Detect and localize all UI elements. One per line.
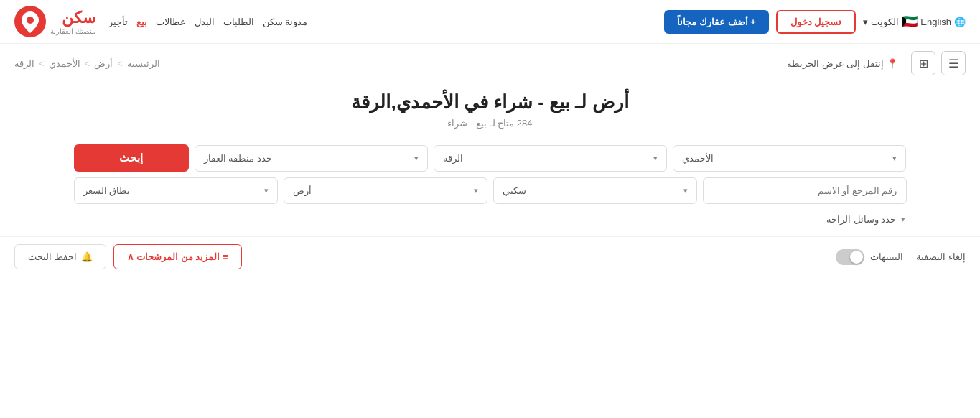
riqa-dropdown[interactable]: ▾ الرقة <box>434 145 667 172</box>
chevron-down-icon: ▾ <box>653 154 658 163</box>
nav-badal[interactable]: البدل <box>195 17 215 27</box>
add-property-button[interactable]: + أضف عقارك مجاناً <box>664 10 768 34</box>
breadcrumb-land[interactable]: أرض <box>94 58 113 69</box>
breadcrumb: الرئيسية > أرض > الأحمدي > الرقة <box>14 58 160 69</box>
map-link-label: إنتقل إلى عرض الخريطة <box>787 58 884 69</box>
bell-icon: 🔔 <box>81 251 93 262</box>
save-search-button[interactable]: 🔔 احفظ البحث <box>14 244 106 269</box>
lang-label: English <box>920 17 951 27</box>
amenities-selector[interactable]: ▾ حدد وسائل الراحة <box>826 211 906 229</box>
header: 🌐 English 🇰🇼 الكويت ▾ تسجيل دخول + أضف ع… <box>0 0 980 44</box>
logo-main-text: سكن <box>50 9 95 27</box>
notifications-toggle: التنبيهات <box>836 249 903 265</box>
grid-view-button[interactable]: ⊞ <box>911 51 935 75</box>
notifications-label: التنبيهات <box>870 251 903 262</box>
page-title: أرض لـ بيع - شراء في الأحمدي,الرقة <box>14 91 966 113</box>
list-icon: ☰ <box>948 57 958 70</box>
filter-row-2: ▾ نطاق السعر ▾ أرض ▾ سكني <box>74 177 907 204</box>
bottom-bar-left: ≡ المزيد من المرشحات ∧ 🔔 احفظ البحث <box>14 244 242 269</box>
breadcrumb-home[interactable]: الرئيسية <box>127 58 160 69</box>
price-range-dropdown[interactable]: ▾ نطاق السعر <box>74 177 278 204</box>
view-controls: ☰ ⊞ 📍 إنتقل إلى عرض الخريطة <box>787 51 966 75</box>
ahmadi-label: الأحمدي <box>682 153 714 164</box>
language-selector[interactable]: 🌐 English 🇰🇼 الكويت ▾ <box>863 14 966 29</box>
bottom-bar: ≡ المزيد من المرشحات ∧ 🔔 احفظ البحث إلغا… <box>0 236 980 277</box>
logo: سكن منصتك العقارية <box>14 6 95 37</box>
grid-icon: ⊞ <box>919 57 928 70</box>
purpose-dropdown[interactable]: ▾ سكني <box>493 177 697 204</box>
flag-icon: 🇰🇼 <box>902 14 918 29</box>
globe-icon: 🌐 <box>954 17 966 27</box>
chevron-down-icon: ▾ <box>901 215 905 224</box>
purpose-label: سكني <box>503 185 526 196</box>
main-nav: مدونة سكن الطلبات البدل عطالات بيع تأجير <box>108 17 308 27</box>
header-right: مدونة سكن الطلبات البدل عطالات بيع تأجير… <box>14 6 307 37</box>
property-area-label: حدد منطقة العقار <box>204 153 272 164</box>
logo-text: سكن منصتك العقارية <box>50 9 95 35</box>
bottom-bar-right: إلغاء التصفية التنبيهات <box>836 249 966 265</box>
property-type-label: أرض <box>293 185 312 196</box>
page-subtitle: 284 متاح لـ بيع - شراء <box>14 118 966 129</box>
riqa-label: الرقة <box>443 153 463 164</box>
price-range-label: نطاق السعر <box>83 185 131 196</box>
chevron-down-icon: ▾ <box>414 154 419 163</box>
save-search-label: احفظ البحث <box>28 251 77 262</box>
logo-icon <box>14 6 46 37</box>
search-section: إبحث ▾ حدد منطقة العقار ▾ الرقة ▾ الأحمد… <box>60 134 921 233</box>
chevron-down-icon: ▾ <box>474 186 478 195</box>
svg-point-1 <box>27 17 34 24</box>
chevron-down-icon: ▾ <box>264 186 269 195</box>
login-button[interactable]: تسجيل دخول <box>776 10 857 34</box>
breadcrumb-riqa: الرقة <box>14 58 34 69</box>
chevron-down-icon: ▾ <box>863 17 868 27</box>
ahmadi-dropdown[interactable]: ▾ الأحمدي <box>673 145 906 172</box>
header-left: 🌐 English 🇰🇼 الكويت ▾ تسجيل دخول + أضف ع… <box>664 10 966 34</box>
breadcrumb-sep1: > <box>117 58 123 69</box>
chevron-down-icon: ▾ <box>683 186 688 195</box>
map-pin-icon: 📍 <box>887 58 898 69</box>
breadcrumb-sep2: > <box>85 58 90 69</box>
nav-madawana[interactable]: مدونة سكن <box>263 17 308 27</box>
ref-input[interactable] <box>703 177 907 204</box>
breadcrumb-bar: ☰ ⊞ 📍 إنتقل إلى عرض الخريطة الرئيسية > أ… <box>0 44 980 78</box>
nav-buy[interactable]: بيع <box>136 17 147 27</box>
list-view-button[interactable]: ☰ <box>941 51 966 75</box>
toggle-knob <box>850 251 863 264</box>
filter-row-1: إبحث ▾ حدد منطقة العقار ▾ الرقة ▾ الأحمد… <box>74 144 907 172</box>
property-type-dropdown[interactable]: ▾ أرض <box>284 177 487 204</box>
breadcrumb-ahmadi[interactable]: الأحمدي <box>49 58 80 69</box>
search-button[interactable]: إبحث <box>74 144 189 172</box>
amenities-label: حدد وسائل الراحة <box>826 214 896 225</box>
breadcrumb-sep3: > <box>39 58 45 69</box>
more-filters-button[interactable]: ≡ المزيد من المرشحات ∧ <box>113 244 242 269</box>
page-title-section: أرض لـ بيع - شراء في الأحمدي,الرقة 284 م… <box>0 78 980 134</box>
country-label: الكويت <box>871 17 899 27</box>
nav-talbaat[interactable]: الطلبات <box>223 17 254 27</box>
clear-filters-button[interactable]: إلغاء التصفية <box>916 251 966 262</box>
nav-tajeer[interactable]: تأجير <box>108 17 128 27</box>
logo-sub-text: منصتك العقارية <box>50 27 95 35</box>
nav-ataalat[interactable]: عطالات <box>156 17 186 27</box>
toggle-switch[interactable] <box>836 249 864 265</box>
property-area-dropdown[interactable]: ▾ حدد منطقة العقار <box>195 145 428 172</box>
map-view-link[interactable]: 📍 إنتقل إلى عرض الخريطة <box>787 58 898 69</box>
chevron-down-icon: ▾ <box>892 154 897 163</box>
